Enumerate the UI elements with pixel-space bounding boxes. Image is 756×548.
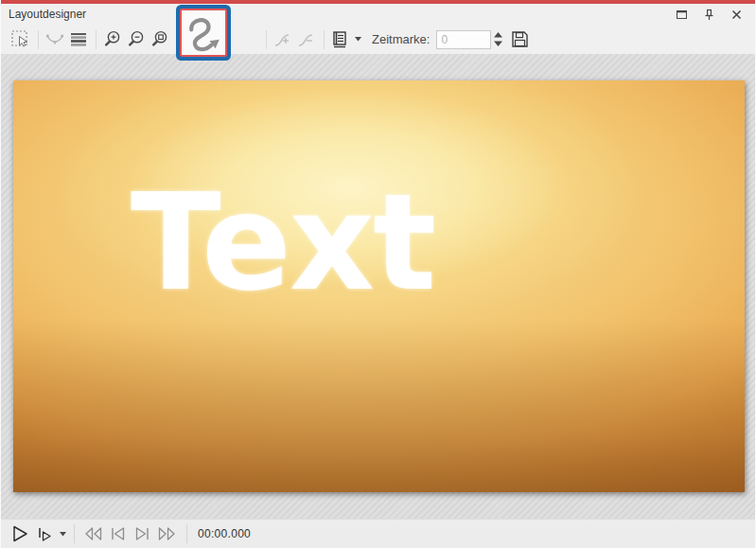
add-curve-point-icon[interactable] <box>272 28 294 51</box>
zoom-out-icon[interactable] <box>125 28 148 51</box>
remove-curve-point-icon[interactable] <box>295 28 318 51</box>
motion-path-tool-highlight <box>180 9 227 57</box>
close-icon[interactable] <box>729 7 744 22</box>
zeitmarke-label: Zeitmarke: <box>372 32 430 46</box>
layoutdesigner-panel: Layoutdesigner <box>0 0 756 548</box>
maximize-icon[interactable] <box>674 7 689 22</box>
spinner-up-icon[interactable] <box>494 32 502 38</box>
separator <box>324 30 325 49</box>
toolbar: Zeitmarke: <box>1 25 755 54</box>
previous-frame-icon[interactable] <box>106 523 129 544</box>
play-icon[interactable] <box>9 523 31 544</box>
separator <box>38 30 39 49</box>
pin-icon[interactable] <box>701 7 716 22</box>
zoom-fit-icon[interactable] <box>149 28 171 51</box>
title-bar: Layoutdesigner <box>1 4 755 25</box>
play-from-here-icon[interactable] <box>33 523 56 544</box>
separator <box>266 30 267 49</box>
separator <box>74 524 75 543</box>
select-tool-icon[interactable] <box>9 28 32 51</box>
time-display: 00:00.000 <box>198 527 251 540</box>
smooth-curve-icon[interactable] <box>44 28 66 51</box>
spinner-down-icon[interactable] <box>494 41 502 46</box>
panel-title: Layoutdesigner <box>9 8 86 21</box>
playback-bar: 00:00.000 <box>1 519 755 548</box>
motion-path-icon[interactable] <box>184 13 223 53</box>
slide-text-object[interactable]: Text <box>131 177 434 309</box>
zeitmarke-input[interactable] <box>436 30 491 49</box>
layers-icon[interactable] <box>67 28 90 51</box>
slide-canvas[interactable]: Text <box>13 80 745 492</box>
separator <box>186 524 187 543</box>
next-frame-icon[interactable] <box>131 523 153 544</box>
save-icon[interactable] <box>508 28 531 51</box>
window-controls <box>674 7 747 22</box>
play-options-caret[interactable] <box>58 523 67 544</box>
workspace-area: Text <box>1 54 755 519</box>
separator <box>96 30 97 49</box>
text-effect-icon[interactable] <box>329 28 352 51</box>
separator <box>177 30 178 49</box>
fast-forward-icon[interactable] <box>155 523 178 544</box>
text-effect-dropdown-caret[interactable] <box>353 29 362 50</box>
zoom-in-icon[interactable] <box>101 28 124 51</box>
zeitmarke-spinner <box>494 32 502 46</box>
rewind-icon[interactable] <box>81 523 104 544</box>
